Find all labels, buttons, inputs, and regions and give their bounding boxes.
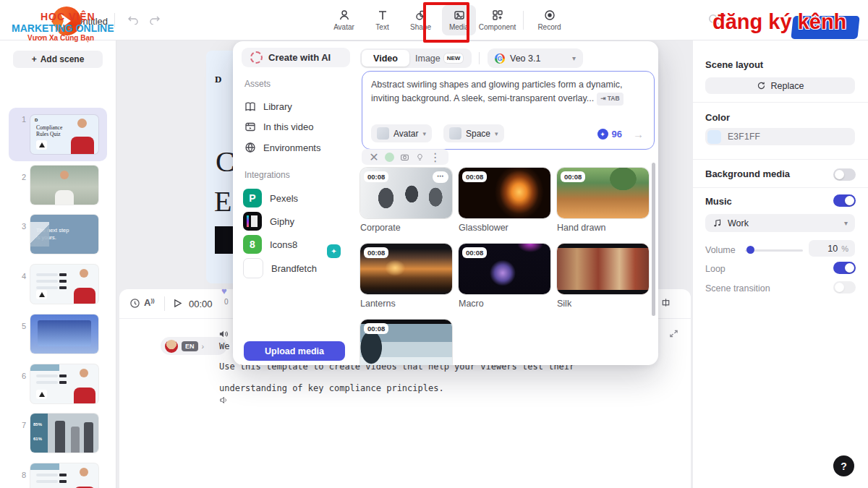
stock-video-glassblower[interactable]: 00:08	[459, 168, 550, 218]
scene-thumbnail[interactable]	[30, 314, 98, 354]
integration-giphy[interactable]: Giphy	[243, 212, 294, 231]
add-scene-button[interactable]: + Add scene	[13, 51, 103, 68]
library-book-icon	[244, 101, 256, 112]
scene-color-field[interactable]: E3F1FF	[705, 128, 855, 145]
create-with-ai-button[interactable]: Create with AI	[242, 48, 350, 67]
menu-icon[interactable]	[56, 16, 67, 25]
scene-transition-toggle[interactable]	[833, 281, 856, 294]
scene-item-5[interactable]: 5	[0, 314, 116, 359]
scene-thumbnail[interactable]: D Compliance Rules Quiz	[30, 115, 98, 154]
scene-thumbnail[interactable]	[30, 166, 98, 205]
nav-item-environments[interactable]: Environments	[244, 142, 320, 153]
document-title[interactable]: Untitled	[76, 16, 108, 27]
search-icon[interactable]	[707, 13, 720, 26]
integration-icons8[interactable]: 8 Icons8	[243, 235, 297, 254]
loop-toggle[interactable]	[833, 262, 856, 274]
scene-thumbnail[interactable]: The next step is yours.	[30, 215, 98, 254]
scene-item-1[interactable]: 1 D Compliance Rules Quiz	[0, 108, 116, 153]
stock-video-hand-drawn[interactable]: 00:08	[557, 168, 649, 218]
scene-sidebar: + Add scene 1 D Compliance Rules Quiz 2 …	[0, 40, 116, 488]
plus-icon: +	[32, 54, 37, 64]
stock-video-snow[interactable]: 00:08	[360, 320, 452, 365]
shape-tool-button[interactable]: Shape	[404, 5, 438, 35]
prompt-text[interactable]: Abstract swirling shapes and glowing par…	[371, 78, 640, 106]
avatar-toggle-icon[interactable]	[385, 153, 394, 162]
canvas-heading-fragment: E	[214, 184, 231, 218]
loop-label: Loop	[705, 264, 726, 274]
scene-item-6[interactable]: 6	[0, 364, 116, 409]
chevron-right-icon: ›	[202, 342, 205, 351]
brandfetch-icon: B	[243, 258, 263, 278]
scene-thumbnail[interactable]	[30, 265, 98, 304]
scene-thumbnail[interactable]	[30, 463, 98, 488]
music-track-selector[interactable]: Work ▾	[705, 214, 855, 232]
divider	[693, 102, 868, 103]
tab-video[interactable]: Video	[362, 50, 409, 67]
scene-item-8[interactable]: 8	[0, 463, 116, 488]
undo-icon[interactable]	[127, 14, 139, 25]
model-selector[interactable]: Veo 3.1 ▾	[488, 48, 583, 68]
stock-video-silk[interactable]	[557, 244, 649, 294]
expand-icon[interactable]	[669, 329, 678, 338]
integration-pexels[interactable]: P Pexels	[243, 189, 298, 207]
reaction-heart-icon[interactable]: ♥	[221, 286, 227, 296]
background-media-toggle[interactable]	[833, 168, 856, 181]
more-options-button[interactable]: ⋯	[433, 171, 448, 183]
script-text-line2[interactable]: understanding of key compliance principl…	[219, 383, 682, 393]
divider	[164, 296, 165, 311]
volume-slider-handle[interactable]	[746, 246, 754, 254]
scene-thumbnail[interactable]	[30, 364, 98, 403]
scene-thumbnail[interactable]: 85% 61%	[30, 414, 98, 453]
color-swatch[interactable]	[707, 130, 721, 144]
text-tool-button[interactable]: Text	[365, 5, 399, 35]
warning-badge	[36, 390, 47, 399]
volume-value-field[interactable]: 10 %	[809, 240, 855, 257]
divider	[693, 159, 868, 160]
play-icon[interactable]	[173, 299, 182, 308]
voice-readout-icon[interactable]: A))	[144, 297, 155, 308]
tile-label: Glassblower	[459, 223, 509, 233]
scene-transition-label: Scene transition	[705, 283, 770, 294]
top-bar: Untitled Avatar Text Shape Media	[0, 0, 868, 40]
tile-label: Hand drawn	[557, 223, 605, 233]
music-label: Music	[705, 196, 732, 207]
stock-video-corporate[interactable]: 00:08 ⋯	[360, 168, 452, 218]
help-button[interactable]: ?	[833, 455, 854, 476]
redo-icon[interactable]	[149, 14, 161, 25]
stock-video-lanterns[interactable]: 00:08	[360, 244, 452, 294]
space-context-chip[interactable]: Space ▾	[443, 124, 504, 142]
music-toggle[interactable]	[833, 194, 856, 207]
avatar-tool-button[interactable]: Avatar	[327, 5, 361, 35]
media-tool-button[interactable]: Media	[442, 5, 476, 35]
speaker-icon[interactable]	[219, 396, 229, 404]
tab-image[interactable]: Image NEW	[409, 53, 469, 64]
idea-bulb-icon[interactable]	[416, 153, 424, 162]
more-options-icon[interactable]: ⋮	[430, 150, 441, 164]
read-aloud-icon[interactable]	[218, 330, 229, 338]
stock-video-macro[interactable]: 00:08	[459, 244, 550, 294]
close-icon[interactable]: ✕	[369, 150, 378, 164]
speaker-avatar-chip[interactable]: EN ›	[161, 337, 227, 355]
generate-submit-icon[interactable]: →	[633, 128, 644, 140]
replace-layout-button[interactable]: Replace	[705, 77, 855, 94]
nav-item-library[interactable]: Library	[244, 101, 292, 112]
duration-clock-icon[interactable]	[129, 298, 140, 309]
upload-media-button[interactable]: Upload media	[244, 341, 345, 361]
scene-item-7[interactable]: 7 85% 61%	[0, 414, 116, 458]
scene-item-3[interactable]: 3 The next step is yours.	[0, 215, 116, 260]
integration-brandfetch[interactable]: B Brandfetch	[243, 258, 317, 278]
nav-item-in-this-video[interactable]: In this video	[244, 121, 313, 132]
component-tool-button[interactable]: Component	[480, 5, 514, 35]
translate-icon[interactable]	[660, 297, 671, 308]
prompt-input[interactable]: Abstract swirling shapes and glowing par…	[362, 71, 655, 150]
canvas-heading-fragment: C	[216, 145, 235, 179]
script-text-partial[interactable]: We	[219, 341, 229, 351]
avatar-context-chip[interactable]: Avatar ▾	[371, 124, 432, 142]
toolbar: Avatar Text Shape Media Component Reco	[327, 5, 566, 35]
scene-item-2[interactable]: 2	[0, 166, 116, 210]
scene-item-4[interactable]: 4	[0, 265, 116, 309]
panel-scrollbar[interactable]	[652, 163, 655, 316]
camera-icon[interactable]	[400, 153, 409, 161]
record-tool-button[interactable]: Record	[532, 5, 566, 35]
media-icon	[454, 9, 465, 21]
